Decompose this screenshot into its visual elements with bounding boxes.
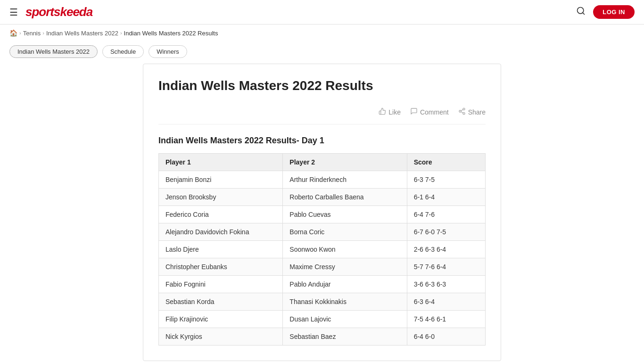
breadcrumb-current: Indian Wells Masters 2022 Results: [124, 30, 218, 37]
section-heading: Indian Wells Masters 2022 Results- Day 1: [158, 136, 486, 146]
home-icon[interactable]: 🏠: [9, 29, 17, 37]
table-row: Fabio FogniniPablo Andujar3-6 6-3 6-3: [159, 276, 486, 293]
table-row: Christopher EubanksMaxime Cressy5-7 7-6 …: [159, 258, 486, 276]
table-row: Filip KrajinovicDusan Lajovic7-5 4-6 6-1: [159, 311, 486, 328]
table-row: Federico CoriaPablo Cuevas6-4 7-6: [159, 206, 486, 223]
cell-player1: Laslo Djere: [159, 241, 283, 258]
breadcrumb-sep-3: ›: [120, 30, 122, 36]
table-row: Laslo DjereSoonwoo Kwon2-6 6-3 6-4: [159, 241, 486, 258]
cell-player1: Fabio Fognini: [159, 276, 283, 293]
results-table: Player 1 Player 2 Score Benjamin BonziAr…: [158, 153, 486, 346]
cell-player2: Dusan Lajovic: [283, 311, 407, 328]
header-right: LOG IN: [576, 5, 635, 19]
svg-line-1: [583, 13, 585, 15]
table-header-row: Player 1 Player 2 Score: [159, 154, 486, 171]
cell-player2: Soonwoo Kwon: [283, 241, 407, 258]
breadcrumb-tournament[interactable]: Indian Wells Masters 2022: [46, 30, 118, 37]
hamburger-icon[interactable]: ☰: [9, 7, 18, 18]
nav-pills: Indian Wells Masters 2022 Schedule Winne…: [0, 41, 644, 64]
cell-player1: Sebastian Korda: [159, 293, 283, 311]
cell-score: 6-3 6-4: [407, 293, 485, 311]
cell-player1: Benjamin Bonzi: [159, 171, 283, 189]
cell-score: 6-7 6-0 7-5: [407, 223, 485, 241]
share-label: Share: [468, 108, 486, 116]
table-row: Nick KyrgiosSebastian Baez6-4 6-0: [159, 328, 486, 346]
like-icon: [379, 107, 386, 116]
table-row: Benjamin BonziArthur Rinderknech6-3 7-5: [159, 171, 486, 189]
breadcrumb-tennis[interactable]: Tennis: [23, 30, 41, 37]
table-row: Jenson BrooksbyRoberto Carballes Baena6-…: [159, 189, 486, 206]
svg-line-5: [461, 112, 463, 113]
cell-player2: Pablo Andujar: [283, 276, 407, 293]
cell-player2: Borna Coric: [283, 223, 407, 241]
cell-player1: Alejandro Davidovich Fokina: [159, 223, 283, 241]
search-icon[interactable]: [576, 6, 586, 18]
col-header-score: Score: [407, 154, 485, 171]
col-header-player2: Player 2: [283, 154, 407, 171]
share-action[interactable]: Share: [458, 107, 486, 116]
cell-player2: Arthur Rinderknech: [283, 171, 407, 189]
col-header-player1: Player 1: [159, 154, 283, 171]
share-icon: [458, 107, 466, 116]
nav-pill-results[interactable]: Indian Wells Masters 2022: [9, 45, 98, 58]
logo[interactable]: sportskeeda: [25, 5, 92, 19]
content-wrapper: Indian Wells Masters 2022 Results Like: [129, 64, 515, 361]
breadcrumb: 🏠 › Tennis › Indian Wells Masters 2022 ›…: [0, 25, 644, 41]
like-action[interactable]: Like: [379, 107, 401, 116]
nav-pill-schedule[interactable]: Schedule: [102, 45, 144, 58]
cell-score: 6-4 7-6: [407, 206, 485, 223]
social-actions: Like Comment: [158, 104, 486, 124]
header: ☰ sportskeeda LOG IN: [0, 0, 644, 25]
cell-score: 3-6 6-3 6-3: [407, 276, 485, 293]
cell-player2: Sebastian Baez: [283, 328, 407, 346]
cell-score: 7-5 4-6 6-1: [407, 311, 485, 328]
cell-player2: Pablo Cuevas: [283, 206, 407, 223]
breadcrumb-sep-1: ›: [19, 30, 21, 36]
article-title: Indian Wells Masters 2022 Results: [158, 77, 486, 94]
cell-player2: Thanasi Kokkinakis: [283, 293, 407, 311]
comment-icon: [410, 107, 418, 116]
cell-player2: Roberto Carballes Baena: [283, 189, 407, 206]
comment-action[interactable]: Comment: [410, 107, 449, 116]
svg-line-6: [461, 110, 463, 111]
comment-label: Comment: [420, 108, 449, 116]
cell-score: 6-3 7-5: [407, 171, 485, 189]
nav-pill-winners[interactable]: Winners: [149, 45, 187, 58]
login-button[interactable]: LOG IN: [593, 5, 635, 19]
cell-score: 6-1 6-4: [407, 189, 485, 206]
table-row: Sebastian KordaThanasi Kokkinakis6-3 6-4: [159, 293, 486, 311]
cell-score: 2-6 6-3 6-4: [407, 241, 485, 258]
like-label: Like: [388, 108, 401, 116]
breadcrumb-sep-2: ›: [42, 30, 44, 36]
cell-player1: Filip Krajinovic: [159, 311, 283, 328]
cell-score: 6-4 6-0: [407, 328, 485, 346]
cell-score: 5-7 7-6 6-4: [407, 258, 485, 276]
table-row: Alejandro Davidovich FokinaBorna Coric6-…: [159, 223, 486, 241]
cell-player2: Maxime Cressy: [283, 258, 407, 276]
header-left: ☰ sportskeeda: [9, 5, 92, 19]
cell-player1: Christopher Eubanks: [159, 258, 283, 276]
cell-player1: Jenson Brooksby: [159, 189, 283, 206]
cell-player1: Federico Coria: [159, 206, 283, 223]
article-box: Indian Wells Masters 2022 Results Like: [143, 64, 501, 361]
cell-player1: Nick Kyrgios: [159, 328, 283, 346]
